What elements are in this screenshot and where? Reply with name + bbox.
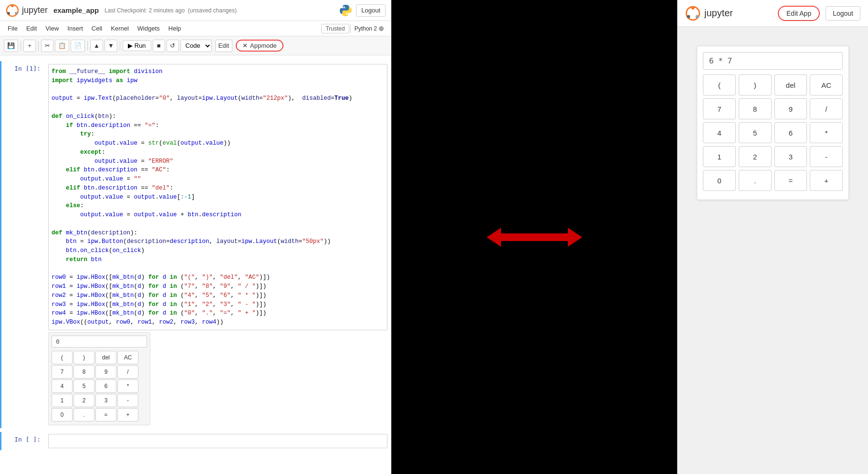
app-calc-row-1: 7 8 9 /: [703, 98, 843, 119]
svg-point-3: [7, 12, 10, 15]
calc-row-1: 7 8 9 /: [49, 365, 150, 379]
code-editor-1[interactable]: from __future__ import division import i…: [48, 64, 387, 330]
code-cell-1[interactable]: In [1]: from __future__ import division …: [0, 61, 391, 428]
app-calc-btn-8[interactable]: 8: [739, 98, 772, 119]
app-calc-btn-mul[interactable]: *: [810, 122, 843, 143]
app-calc-btn-open-paren[interactable]: (: [703, 74, 736, 95]
app-calc-btn-5[interactable]: 5: [739, 122, 772, 143]
app-calc-btn-add[interactable]: +: [810, 170, 843, 191]
app-calc-btn-ac[interactable]: AC: [810, 74, 843, 95]
notebook-title: example_app: [53, 6, 99, 14]
toolbar-separator-1: [21, 41, 21, 51]
move-down-button[interactable]: ▼: [105, 40, 117, 52]
svg-point-2: [15, 12, 18, 15]
calc-btn-3[interactable]: 3: [95, 394, 116, 407]
app-calc-row-2: 4 5 6 *: [703, 122, 843, 143]
run-button[interactable]: ▶ Run: [123, 40, 151, 51]
stop-button[interactable]: ■: [153, 40, 165, 52]
calc-btn-8[interactable]: 8: [73, 365, 94, 379]
menu-edit[interactable]: Edit: [22, 23, 41, 33]
calc-output-display: 0: [52, 336, 147, 348]
calc-btn-add[interactable]: +: [117, 408, 138, 421]
calc-btn-mul[interactable]: *: [117, 379, 138, 393]
calc-btn-div[interactable]: /: [117, 365, 138, 379]
copy-button[interactable]: 📋: [55, 40, 69, 52]
calculator-widget-output: 0 ( ) del AC 7 8 9 / 4 5: [48, 332, 150, 425]
logout-button[interactable]: Logout: [356, 4, 386, 17]
restart-button[interactable]: ↺: [167, 40, 179, 52]
bidirectional-arrow: [487, 223, 582, 252]
app-calc-btn-div[interactable]: /: [810, 98, 843, 119]
calc-btn-9[interactable]: 9: [95, 365, 116, 379]
calc-btn-7[interactable]: 7: [52, 365, 73, 379]
edit-app-button[interactable]: Edit App: [778, 6, 820, 21]
app-calc-row-0: ( ) del AC: [703, 74, 843, 95]
svg-marker-8: [568, 228, 582, 247]
calc-btn-6[interactable]: 6: [95, 379, 116, 393]
app-calc-btn-2[interactable]: 2: [739, 146, 772, 167]
app-calc-btn-1[interactable]: 1: [703, 146, 736, 167]
save-button[interactable]: 💾: [4, 40, 18, 52]
app-calc-btn-9[interactable]: 9: [774, 98, 807, 119]
calc-btn-5[interactable]: 5: [73, 379, 94, 393]
app-logout-button[interactable]: Logout: [826, 6, 860, 21]
menu-help[interactable]: Help: [165, 23, 185, 33]
calc-btn-del[interactable]: del: [95, 351, 116, 364]
kernel-info: Python 2: [350, 24, 387, 33]
app-calc-btn-0[interactable]: 0: [703, 170, 736, 191]
calc-btn-equals[interactable]: =: [95, 408, 116, 421]
app-calc-btn-close-paren[interactable]: ): [739, 74, 772, 95]
calc-btn-dot[interactable]: .: [73, 408, 94, 421]
app-calc-btn-6[interactable]: 6: [774, 122, 807, 143]
calc-btn-open-paren[interactable]: (: [52, 351, 73, 364]
menu-kernel[interactable]: Kernel: [107, 23, 133, 33]
empty-code-editor-2[interactable]: [48, 434, 387, 448]
app-jupyter-logo-icon: [685, 6, 701, 21]
calc-btn-0[interactable]: 0: [52, 408, 73, 421]
arrow-icon: [487, 223, 582, 252]
toolbar-separator-2: [38, 41, 39, 51]
python-logo-icon: [339, 4, 352, 17]
app-calc-btn-sub[interactable]: -: [810, 146, 843, 167]
calc-btn-close-paren[interactable]: ): [73, 351, 94, 364]
app-calc-btn-7[interactable]: 7: [703, 98, 736, 119]
move-up-button[interactable]: ▲: [90, 40, 103, 52]
calc-btn-ac[interactable]: AC: [117, 351, 138, 364]
app-calc-display[interactable]: [703, 52, 843, 70]
app-calc-btn-del[interactable]: del: [774, 74, 807, 95]
calc-row-3: 1 2 3 -: [49, 393, 150, 408]
trusted-badge: Trusted: [321, 24, 349, 33]
notebook-content: In [1]: from __future__ import division …: [0, 55, 391, 474]
menu-cell[interactable]: Cell: [88, 23, 106, 33]
svg-point-5: [346, 13, 347, 14]
empty-cell-2[interactable]: In [ ]:: [0, 432, 391, 450]
svg-point-1: [11, 4, 14, 7]
menu-file[interactable]: File: [4, 23, 21, 33]
app-calc-btn-dot[interactable]: .: [739, 170, 772, 191]
appmode-icon: ✕: [242, 42, 248, 49]
paste-button[interactable]: 📄: [71, 40, 85, 52]
app-calc-row-3: 1 2 3 -: [703, 146, 843, 167]
transition-arrow-area: [391, 0, 677, 474]
calc-btn-sub[interactable]: -: [117, 394, 138, 407]
calc-btn-4[interactable]: 4: [52, 379, 73, 393]
cut-button[interactable]: ✂: [41, 40, 53, 52]
toolbar-separator-4: [120, 41, 120, 51]
app-calc-btn-3[interactable]: 3: [774, 146, 807, 167]
menu-insert[interactable]: Insert: [63, 23, 87, 33]
edit-mode-button[interactable]: Edit: [215, 40, 232, 52]
notebook-panel: jupyter example_app Last Checkpoint: 2 m…: [0, 0, 391, 474]
app-calc-btn-equals[interactable]: =: [774, 170, 807, 191]
calc-btn-2[interactable]: 2: [73, 394, 94, 407]
cell-type-select[interactable]: Code: [180, 40, 212, 52]
svg-point-4: [344, 6, 345, 7]
app-calc-btn-4[interactable]: 4: [703, 122, 736, 143]
svg-point-11: [696, 15, 699, 18]
add-cell-button[interactable]: +: [23, 40, 36, 52]
menu-view[interactable]: View: [42, 23, 63, 33]
svg-point-12: [687, 15, 690, 18]
appmode-button[interactable]: ✕ Appmode: [236, 40, 283, 52]
jupyter-logo: jupyter: [6, 4, 48, 17]
menu-widgets[interactable]: Widgets: [134, 23, 164, 33]
calc-btn-1[interactable]: 1: [52, 394, 73, 407]
